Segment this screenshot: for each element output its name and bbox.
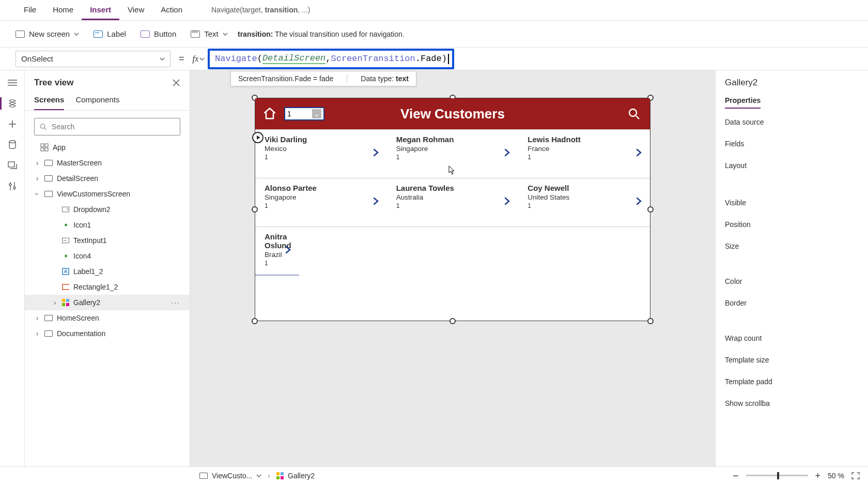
app-preview[interactable]: 1 ⌄ View Customers Viki Darling Mexico 1 <box>255 98 650 321</box>
tab-view[interactable]: View <box>119 0 152 20</box>
rail-tree-view[interactable] <box>7 99 18 108</box>
gallery-item[interactable]: Anitra Oslund Brazil 1 <box>255 227 299 276</box>
tree-node-icon4[interactable]: ✦ Icon4 <box>25 248 190 264</box>
prop-wrap-count[interactable]: Wrap count <box>725 330 859 346</box>
zoom-value: 50 % <box>828 472 844 480</box>
chevron-right-icon[interactable] <box>503 148 511 157</box>
tab-home[interactable]: Home <box>44 0 82 20</box>
chevron-right-icon[interactable] <box>634 148 643 157</box>
tree-node-app[interactable]: App <box>25 140 190 155</box>
tree-node-dropdown2[interactable]: Dropdown2 <box>25 202 190 217</box>
insert-text-button[interactable]: Text <box>191 29 228 38</box>
chevron-down-icon <box>74 32 79 37</box>
tree-tab-screens[interactable]: Screens <box>34 91 64 110</box>
prop-template-size[interactable]: Template size <box>725 352 859 368</box>
fit-icon[interactable] <box>851 472 860 479</box>
prop-size[interactable]: Size <box>725 238 859 254</box>
canvas[interactable]: 1 ⌄ View Customers Viki Darling Mexico 1 <box>190 70 715 466</box>
svg-point-3 <box>13 187 16 189</box>
svg-rect-25 <box>281 476 284 479</box>
properties-panel: Gallery2 Properties Data source Fields L… <box>715 70 868 466</box>
chevron-right-icon[interactable] <box>371 148 380 157</box>
properties-tab[interactable]: Properties <box>725 96 761 109</box>
play-icon[interactable] <box>252 132 264 143</box>
chevron-down-icon: › <box>33 191 41 197</box>
prop-position[interactable]: Position <box>725 216 859 233</box>
svg-point-20 <box>629 109 637 116</box>
rail-add[interactable] <box>7 120 18 128</box>
fx-label[interactable]: fx <box>193 54 208 64</box>
prop-fields[interactable]: Fields <box>725 135 859 152</box>
more-icon[interactable]: ··· <box>171 298 180 307</box>
chevron-down-icon <box>160 56 165 62</box>
chevron-right-icon[interactable] <box>634 197 643 205</box>
svg-rect-10 <box>41 148 44 151</box>
tree-node-viewcustomersscreen[interactable]: › ViewCustomersScreen <box>25 186 190 202</box>
zoom-slider[interactable] <box>746 475 808 476</box>
insert-label-button[interactable]: Label <box>94 29 126 38</box>
new-screen-button[interactable]: New screen <box>16 29 79 38</box>
svg-rect-16 <box>62 299 65 302</box>
search-icon[interactable] <box>627 107 641 120</box>
app-header: 1 ⌄ View Customers <box>255 98 650 129</box>
svg-rect-24 <box>276 476 280 479</box>
gallery[interactable]: Viki Darling Mexico 1 Megan Rohman Singa… <box>255 129 650 276</box>
chevron-down-icon <box>256 473 261 478</box>
param-tooltip: transition: The visual transition used f… <box>238 30 405 38</box>
chevron-right-icon[interactable] <box>503 197 511 205</box>
tree-node-documentation[interactable]: › Documentation <box>25 326 190 341</box>
tree-node-icon1[interactable]: ✦ Icon1 <box>25 217 190 233</box>
tree-list: App › MasterScreen › DetailScreen › View… <box>25 140 190 466</box>
tab-action[interactable]: Action <box>152 0 191 20</box>
formula-bar: OnSelect = fx Navigate(DetailScreen, Scr… <box>0 48 868 70</box>
rail-hamburger[interactable] <box>7 79 18 87</box>
prop-show-scrollbar[interactable]: Show scrollba <box>725 395 859 412</box>
rail-media[interactable] <box>7 161 18 170</box>
gallery-item[interactable]: Lewis Hadnott France 1 <box>518 130 650 178</box>
tree-search-input[interactable] <box>51 122 175 131</box>
rail-data[interactable] <box>7 141 18 149</box>
tree-node-rectangle1_2[interactable]: Rectangle1_2 <box>25 279 190 295</box>
tree-tab-components[interactable]: Components <box>75 91 119 110</box>
gallery-item[interactable]: Coy Newell United States 1 <box>518 178 650 227</box>
svg-rect-17 <box>66 299 69 302</box>
prop-template-padd[interactable]: Template padd <box>725 373 859 390</box>
breadcrumb[interactable]: ViewCusto... › Gallery2 <box>199 472 315 480</box>
prop-visible[interactable]: Visible <box>725 194 859 211</box>
tree-node-label1_2[interactable]: Label1_2 <box>25 264 190 279</box>
svg-rect-18 <box>62 303 65 306</box>
chevron-right-icon[interactable] <box>371 197 380 205</box>
gallery-item[interactable]: Viki Darling Mexico 1 <box>255 130 387 178</box>
prop-border[interactable]: Border <box>725 295 859 311</box>
formula-input[interactable]: Navigate(DetailScreen, ScreenTransition.… <box>208 49 454 69</box>
tree-node-textinput1[interactable]: TextInput1 <box>25 233 190 248</box>
tree-view-panel: Tree view Screens Components App › Maste… <box>25 70 190 466</box>
svg-line-21 <box>636 116 639 119</box>
textinput-icon <box>62 237 69 244</box>
tree-node-detailscreen[interactable]: › DetailScreen <box>25 171 190 186</box>
gallery-item[interactable]: Alonso Partee Singapore 1 <box>255 178 387 227</box>
prop-color[interactable]: Color <box>725 273 859 290</box>
rail-advanced[interactable] <box>7 182 18 190</box>
screen-icon <box>199 473 208 479</box>
tab-file[interactable]: File <box>16 0 44 20</box>
tree-node-masterscreen[interactable]: › MasterScreen <box>25 155 190 171</box>
prop-layout[interactable]: Layout <box>725 157 859 174</box>
tree-node-homescreen[interactable]: › HomeScreen <box>25 310 190 326</box>
property-selector[interactable]: OnSelect <box>16 51 171 67</box>
chevron-right-icon: › <box>52 298 58 307</box>
screen-icon <box>44 330 53 337</box>
close-icon[interactable] <box>172 79 180 87</box>
formula-signature-hint: Navigate(target, transition, ...) <box>211 6 310 15</box>
tree-search[interactable] <box>34 118 180 135</box>
prop-data-source[interactable]: Data source <box>725 114 859 130</box>
icon-icon: ✦ <box>62 252 69 260</box>
top-nav: File Home Insert View Action Navigate(ta… <box>0 0 868 21</box>
tree-node-gallery2[interactable]: › Gallery2 ··· <box>25 295 190 310</box>
tab-insert[interactable]: Insert <box>82 0 119 20</box>
insert-button-button[interactable]: Button <box>141 29 176 38</box>
gallery-item[interactable]: Laurena Towles Australia 1 <box>387 178 519 227</box>
gallery-icon <box>62 299 69 306</box>
chevron-right-icon[interactable] <box>284 246 292 254</box>
search-icon <box>40 123 47 130</box>
